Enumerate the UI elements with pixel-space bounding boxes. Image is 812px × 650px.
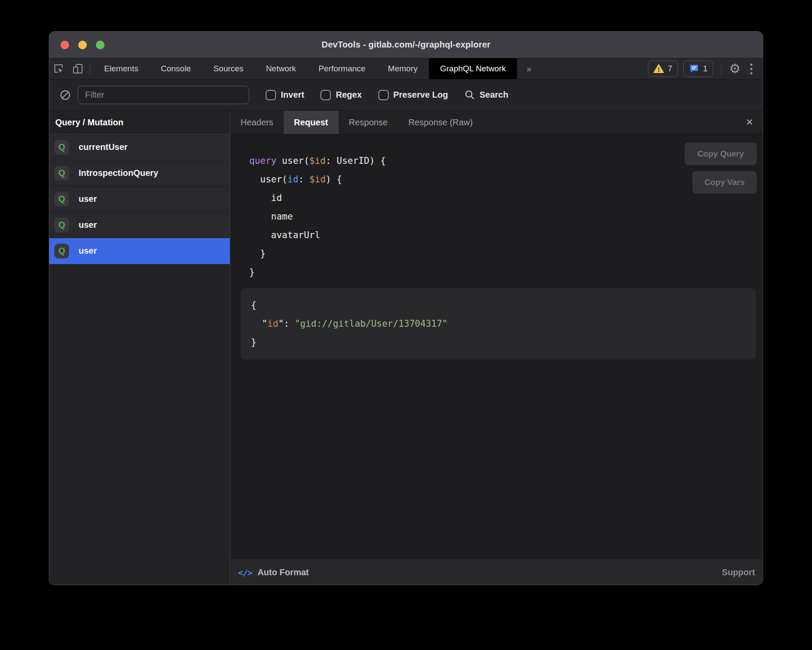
tab-request[interactable]: Request [284,111,339,134]
more-tabs-chevron-icon[interactable]: » [517,58,541,79]
query-list-item-selected[interactable]: Q user [49,238,230,264]
settings-gear-icon[interactable]: ⚙ [729,62,741,75]
tab-response-raw[interactable]: Response (Raw) [398,111,483,134]
panel-footer: </> Auto Format Support [230,560,763,585]
search-icon [464,89,475,100]
regex-checkbox[interactable] [320,90,331,100]
query-sidebar: Query / Mutation Q currentUser Q Introsp… [49,111,230,585]
block-icon[interactable] [60,89,71,101]
invert-checkbox[interactable] [266,90,276,100]
tab-performance[interactable]: Performance [307,58,377,79]
detail-tab-bar: Headers Request Response Response (Raw) … [230,111,763,134]
request-view: query user($id: UserID) { user(id: $id) … [230,134,763,560]
tab-elements[interactable]: Elements [93,58,149,79]
regex-checkbox-group: Regex [320,90,362,100]
query-variables-box: { "id": "gid://gitlab/User/13704317"} [241,288,756,360]
code-brackets-icon: </> [238,567,252,578]
title-bar: DevTools - gitlab.com/-/graphql-explorer [49,32,763,58]
query-type-icon: Q [54,166,69,181]
tab-graphql-network[interactable]: GraphQL Network [429,58,517,79]
query-type-icon: Q [54,140,69,155]
preserve-log-checkbox-group: Preserve Log [378,90,448,100]
sidebar-header: Query / Mutation [49,111,230,134]
tab-console[interactable]: Console [149,58,202,79]
content-area: Query / Mutation Q currentUser Q Introsp… [49,111,763,585]
message-icon [689,64,699,74]
filter-input[interactable] [78,86,249,104]
tab-headers[interactable]: Headers [230,111,284,134]
warnings-badge[interactable]: 7 [648,61,678,77]
tab-sources[interactable]: Sources [202,58,255,79]
query-name: user [79,220,97,230]
search-control[interactable]: Search [464,89,508,100]
devtools-window: DevTools - gitlab.com/-/graphql-explorer… [49,31,763,585]
minimize-window-button[interactable] [78,41,87,49]
preserve-log-label: Preserve Log [393,90,448,100]
copy-vars-button[interactable]: Copy Vars [692,171,757,194]
zoom-window-button[interactable] [96,41,105,49]
toolbar-right: 7 1 ⚙ [648,58,763,79]
query-name: currentUser [79,142,127,152]
query-type-icon: Q [54,244,69,258]
query-type-icon: Q [54,218,69,233]
warning-icon [653,64,664,73]
copy-query-button[interactable]: Copy Query [685,143,757,165]
query-name: user [79,246,97,256]
graphql-query-code: query user($id: UserID) { user(id: $id) … [249,152,763,282]
filter-bar: Invert Regex Preserve Log Search [49,80,763,111]
invert-label: Invert [281,90,304,100]
query-list-item[interactable]: Q user [49,186,230,212]
message-count: 1 [703,64,708,73]
query-type-icon: Q [54,192,69,207]
query-name: user [79,194,97,204]
query-name: IntrospectionQuery [79,168,158,178]
kebab-menu-icon[interactable] [746,64,757,74]
auto-format-button[interactable]: Auto Format [257,567,309,577]
search-label: Search [479,90,508,100]
invert-checkbox-group: Invert [266,90,304,100]
traffic-lights [60,32,105,58]
messages-badge[interactable]: 1 [683,61,714,77]
tab-response[interactable]: Response [339,111,398,134]
regex-label: Regex [336,90,362,100]
tab-network[interactable]: Network [255,58,308,79]
query-list-item[interactable]: Q user [49,212,230,238]
window-title: DevTools - gitlab.com/-/graphql-explorer [321,40,490,50]
preserve-log-checkbox[interactable] [378,90,389,100]
support-link[interactable]: Support [722,567,755,577]
warning-count: 7 [668,64,672,73]
toolbar-right-divider [721,63,721,75]
close-panel-icon[interactable]: ✕ [736,111,763,134]
query-list-item[interactable]: Q currentUser [49,134,230,160]
inspect-element-icon[interactable] [49,58,68,79]
device-toolbar-icon[interactable] [68,58,87,79]
main-tab-bar: Elements Console Sources Network Perform… [49,58,763,80]
close-window-button[interactable] [60,41,69,49]
query-list-item[interactable]: Q IntrospectionQuery [49,160,230,186]
toolbar-divider [90,63,90,75]
tab-memory[interactable]: Memory [377,58,429,79]
detail-panel: Headers Request Response Response (Raw) … [230,111,763,585]
